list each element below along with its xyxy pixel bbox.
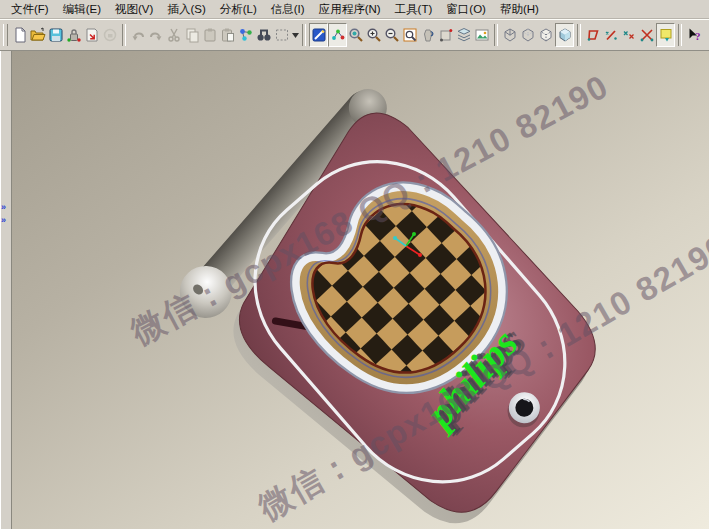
red-profile-icon bbox=[585, 27, 601, 43]
rotate-view-button[interactable] bbox=[419, 23, 437, 47]
layers-icon bbox=[456, 27, 472, 43]
point-set-button[interactable] bbox=[620, 23, 638, 47]
paste-button[interactable] bbox=[201, 23, 219, 47]
toolbar-separator bbox=[494, 24, 498, 46]
new-button[interactable] bbox=[11, 23, 29, 47]
curve-line-button[interactable] bbox=[602, 23, 620, 47]
menu-item-7[interactable]: 工具(T) bbox=[388, 1, 440, 18]
toolbar-separator bbox=[577, 24, 581, 46]
redo-icon bbox=[148, 27, 164, 43]
paste-icon bbox=[202, 27, 218, 43]
cut-button[interactable] bbox=[165, 23, 183, 47]
menu-item-2[interactable]: 视图(V) bbox=[108, 1, 160, 18]
main-toolbar: ? bbox=[0, 19, 709, 51]
graphics-viewport[interactable]: philips philips philips bbox=[12, 51, 709, 529]
menu-item-0[interactable]: 文件(F) bbox=[4, 1, 56, 18]
undo-button[interactable] bbox=[129, 23, 147, 47]
marquee-select-button[interactable] bbox=[273, 23, 291, 47]
svg-text:?: ? bbox=[695, 30, 701, 42]
context-help-button[interactable]: ? bbox=[685, 23, 703, 47]
find-button[interactable] bbox=[255, 23, 273, 47]
toolbar-separator bbox=[122, 24, 126, 46]
marquee-dropdown-button[interactable] bbox=[291, 23, 299, 47]
toolbar-dock-strip: » » bbox=[0, 51, 12, 529]
menu-item-5[interactable]: 信息(I) bbox=[264, 1, 312, 18]
toolbar-separator bbox=[678, 24, 682, 46]
wireframe-cube-dashed-icon bbox=[538, 27, 554, 43]
red-line-icon bbox=[603, 27, 619, 43]
csys-button[interactable] bbox=[328, 23, 347, 47]
save-button[interactable] bbox=[47, 23, 65, 47]
menu-item-8[interactable]: 窗口(O) bbox=[439, 1, 493, 18]
menu-item-9[interactable]: 帮助(H) bbox=[493, 1, 546, 18]
copy-icon bbox=[184, 27, 200, 43]
paste-special-button[interactable] bbox=[219, 23, 237, 47]
lock-icon bbox=[66, 27, 82, 43]
redo-button[interactable] bbox=[147, 23, 165, 47]
expand-toolbar-chevron[interactable]: » bbox=[1, 216, 6, 225]
zoom-out-icon bbox=[384, 27, 400, 43]
paste-special-icon bbox=[220, 27, 236, 43]
help-cursor-icon: ? bbox=[686, 27, 702, 43]
export-page-icon bbox=[84, 27, 100, 43]
cad-application-window: 文件(F)编辑(E)视图(V)插入(S)分析(L)信息(I)应用程序(N)工具(… bbox=[0, 0, 709, 529]
note-icon bbox=[658, 27, 674, 43]
view-gear-magnifier-icon bbox=[348, 27, 364, 43]
toolbar-separator bbox=[302, 24, 306, 46]
copy-button[interactable] bbox=[183, 23, 201, 47]
shaded-view-button[interactable] bbox=[555, 23, 574, 47]
wireframe-full-button[interactable] bbox=[501, 23, 519, 47]
csys-nodes-icon bbox=[330, 27, 346, 43]
zoom-in-icon bbox=[366, 27, 382, 43]
shaded-cube-icon bbox=[557, 27, 573, 43]
new-file-icon bbox=[12, 27, 28, 43]
curve-profile-button[interactable] bbox=[584, 23, 602, 47]
zoom-window-icon bbox=[402, 27, 418, 43]
orient-box-icon bbox=[438, 27, 454, 43]
point-cross-icon bbox=[639, 27, 655, 43]
binoculars-icon bbox=[256, 27, 272, 43]
main-content: » » bbox=[0, 51, 709, 529]
wireframe-hidden-button[interactable] bbox=[519, 23, 537, 47]
toolbar-grip[interactable] bbox=[3, 24, 8, 46]
save-icon bbox=[48, 27, 64, 43]
zoom-in-button[interactable] bbox=[365, 23, 383, 47]
sketch-plane-button[interactable] bbox=[309, 23, 328, 47]
rotate-body-icon bbox=[420, 27, 436, 43]
menu-item-1[interactable]: 编辑(E) bbox=[56, 1, 108, 18]
annotation-button[interactable] bbox=[656, 23, 675, 47]
point-cross-button[interactable] bbox=[638, 23, 656, 47]
zoom-window-button[interactable] bbox=[401, 23, 419, 47]
undo-icon bbox=[130, 27, 146, 43]
snapshot-button[interactable] bbox=[473, 23, 491, 47]
linked-spheres-icon bbox=[238, 27, 254, 43]
menu-item-6[interactable]: 应用程序(N) bbox=[312, 1, 388, 18]
wireframe-cube-icon bbox=[502, 27, 518, 43]
point-set-icon bbox=[621, 27, 637, 43]
close-part-button-disabled[interactable] bbox=[101, 23, 119, 47]
export-button[interactable] bbox=[83, 23, 101, 47]
selection-spheres-button[interactable] bbox=[237, 23, 255, 47]
disabled-lock-icon bbox=[102, 27, 118, 43]
image-icon bbox=[474, 27, 490, 43]
marquee-icon bbox=[274, 27, 290, 43]
view-operations-button[interactable] bbox=[347, 23, 365, 47]
dropdown-caret-icon bbox=[292, 33, 299, 38]
orient-view-button[interactable] bbox=[437, 23, 455, 47]
open-folder-icon bbox=[30, 27, 46, 43]
wireframe-dashed-button[interactable] bbox=[537, 23, 555, 47]
menu-item-3[interactable]: 插入(S) bbox=[160, 1, 212, 18]
zoom-out-button[interactable] bbox=[383, 23, 401, 47]
menu-bar: 文件(F)编辑(E)视图(V)插入(S)分析(L)信息(I)应用程序(N)工具(… bbox=[0, 0, 709, 19]
sketch-plane-icon bbox=[311, 27, 327, 43]
save-protected-button[interactable] bbox=[65, 23, 83, 47]
layer-settings-button[interactable] bbox=[455, 23, 473, 47]
wireframe-cube-hidden-icon bbox=[520, 27, 536, 43]
expand-toolbar-chevron[interactable]: » bbox=[1, 203, 6, 212]
menu-item-4[interactable]: 分析(L) bbox=[213, 1, 264, 18]
open-button[interactable] bbox=[29, 23, 47, 47]
scissors-icon bbox=[166, 27, 182, 43]
